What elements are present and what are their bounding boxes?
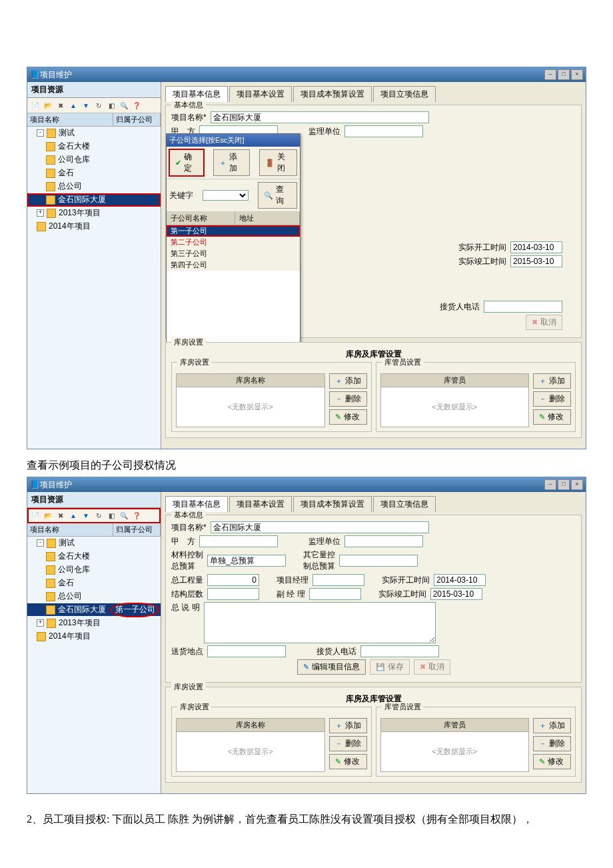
col-project-name[interactable]: 项目名称 [27,113,113,126]
titlebar-2[interactable]: 📘 项目维护 – □ × [27,477,586,492]
cancel-button[interactable]: ✖取消 [414,659,450,675]
tree-icon[interactable]: ◧ [106,510,117,521]
new-icon[interactable]: 📄 [30,510,41,521]
input-end-date[interactable] [510,255,562,267]
tree-row[interactable]: 金石国际大厦第一子公司 [27,603,161,617]
warehouse-grid[interactable]: 库房名称 <无数据显示> [176,718,325,772]
popup-row-0[interactable]: 第一子公司 [167,225,300,237]
expand-icon[interactable]: + [37,209,44,217]
keeper-del-button[interactable]: －删除 [533,736,571,751]
up-icon[interactable]: ▲ [68,510,79,521]
keeper-add-button[interactable]: ＋添加 [533,373,571,389]
down-icon[interactable]: ▼ [81,510,91,521]
popup-row-3[interactable]: 第四子公司 [167,259,300,271]
tree-row[interactable]: 金石 [27,167,161,180]
warehouse-add-button[interactable]: ＋添加 [329,373,367,389]
keeper-grid[interactable]: 库管员 <无数据显示> [380,718,530,772]
keeper-grid[interactable]: 库管员 <无数据显示> [380,373,530,427]
keyword-select[interactable] [203,190,249,201]
tree-row[interactable]: 总公司 [27,590,161,603]
tree-row[interactable]: 金石大楼 [27,140,161,153]
project-tree[interactable]: -测试金石大楼公司仓库金石总公司金石国际大厦+2013年项目2014年项目 [27,127,161,233]
popup-row-2[interactable]: 第三子公司 [167,248,300,259]
delete-icon[interactable]: ✖ [55,510,66,521]
edit-button[interactable]: ✎编辑项目信息 [297,659,366,675]
project-tree[interactable]: -测试金石大楼公司仓库金石总公司金石国际大厦第一子公司+2013年项目2014年… [27,537,161,643]
col-subsidiary[interactable]: 归属子公司 [113,523,161,536]
popup-close-button[interactable]: 🚪关闭 [259,149,297,176]
tree-icon[interactable]: ◧ [106,100,117,111]
refresh-icon[interactable]: ↻ [93,510,104,521]
keeper-add-button[interactable]: ＋添加 [533,718,571,733]
tab-cost-budget[interactable]: 项目成本预算设置 [293,496,372,512]
tab-cost-budget[interactable]: 项目成本预算设置 [293,86,372,102]
col-subsidiary[interactable]: 归属子公司 [113,113,161,126]
tree-row[interactable]: +2013年项目 [27,617,161,630]
input-project-name[interactable] [211,111,429,123]
tree-row[interactable]: 金石大楼 [27,550,161,563]
tab-setup-info[interactable]: 项目立项信息 [373,496,436,512]
open-icon[interactable]: 📂 [43,510,53,521]
popup-col-addr[interactable]: 地址 [235,212,300,225]
input-start-date[interactable] [434,574,486,586]
tree-row[interactable]: -测试 [27,127,161,140]
tree-row[interactable]: 2014年项目 [27,630,161,643]
tree-row[interactable]: 公司仓库 [27,563,161,577]
cancel-button[interactable]: ✖取消 [526,315,562,330]
popup-add-button[interactable]: ＋添加 [213,149,249,176]
delete-icon[interactable]: ✖ [55,100,66,111]
keeper-del-button[interactable]: －删除 [533,391,571,407]
tree-row[interactable]: -测试 [27,537,161,550]
input-qty[interactable] [207,574,259,586]
close-icon[interactable]: × [571,479,583,490]
input-floors[interactable] [207,588,259,600]
popup-ok-button[interactable]: ✔确定 [169,149,204,176]
expand-icon[interactable]: - [37,129,44,137]
close-icon[interactable]: × [571,69,583,80]
tree-row[interactable]: 金石 [27,577,161,590]
maximize-icon[interactable]: □ [558,69,570,80]
tree-row[interactable]: 总公司 [27,180,161,193]
input-address[interactable] [207,645,286,657]
warehouse-add-button[interactable]: ＋添加 [329,718,367,733]
refresh-icon[interactable]: ↻ [93,100,104,111]
help-icon[interactable]: ❓ [131,100,142,111]
input-project-name[interactable] [211,521,429,533]
input-party-a[interactable] [199,535,278,547]
col-project-name[interactable]: 项目名称 [27,523,113,536]
input-material-ctrl[interactable] [207,555,286,567]
expand-icon[interactable]: - [37,539,44,547]
tab-setup-info[interactable]: 项目立项信息 [373,86,436,102]
popup-list[interactable]: 第一子公司 第二子公司 第三子公司 第四子公司 [167,225,300,271]
maximize-icon[interactable]: □ [558,479,570,490]
save-button[interactable]: 💾保存 [370,659,410,675]
tree-row[interactable]: +2013年项目 [27,207,161,220]
input-phone[interactable] [484,301,562,313]
tab-basic-settings[interactable]: 项目基本设置 [229,86,292,102]
popup-col-name[interactable]: 子公司名称 [167,212,235,225]
search-button[interactable]: 🔍查询 [258,182,297,209]
open-icon[interactable]: 📂 [43,100,53,111]
input-start-date[interactable] [510,241,562,253]
warehouse-mod-button[interactable]: ✎修改 [329,754,367,769]
warehouse-del-button[interactable]: －删除 [329,391,367,407]
minimize-icon[interactable]: – [544,69,556,80]
warehouse-grid[interactable]: 库房名称 <无数据显示> [176,373,325,427]
input-supervisor[interactable] [344,125,423,137]
keeper-mod-button[interactable]: ✎修改 [533,409,571,425]
tree-row[interactable]: 2014年项目 [27,220,161,233]
titlebar[interactable]: 📘 项目维护 – □ × [27,67,586,82]
new-icon[interactable]: 📄 [30,100,41,111]
binoculars-icon[interactable]: 🔍 [119,510,129,521]
warehouse-mod-button[interactable]: ✎修改 [329,409,367,425]
minimize-icon[interactable]: – [544,479,556,490]
binoculars-icon[interactable]: 🔍 [119,100,129,111]
down-icon[interactable]: ▼ [81,100,91,111]
input-vpm[interactable] [309,588,361,600]
input-desc[interactable] [204,602,436,643]
expand-icon[interactable]: + [37,619,44,627]
warehouse-del-button[interactable]: －删除 [329,736,367,751]
help-icon[interactable]: ❓ [131,510,142,521]
popup-row-1[interactable]: 第二子公司 [167,237,300,248]
up-icon[interactable]: ▲ [68,100,79,111]
